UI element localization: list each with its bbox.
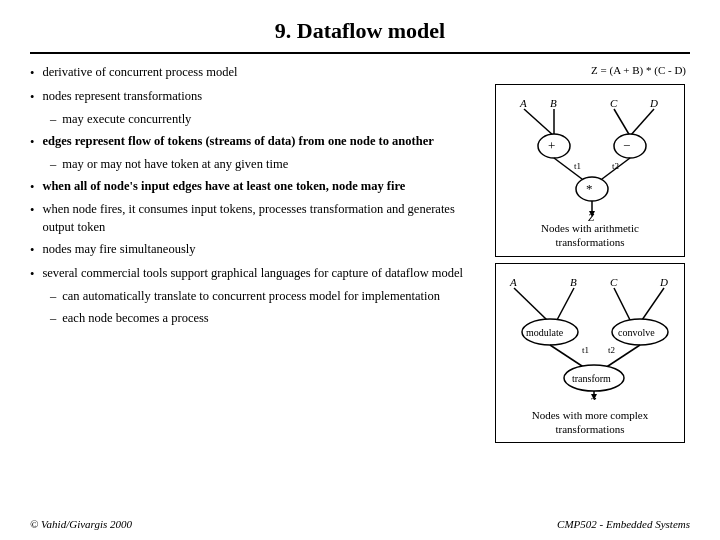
diagram1-label: Nodes with arithmetic transformations bbox=[502, 221, 678, 250]
transform-label: transform bbox=[572, 373, 611, 384]
right-column: Z = (A + B) * (C - D) A B C D bbox=[490, 64, 690, 443]
bullet-text: nodes represent transformations bbox=[42, 88, 202, 106]
node-b2-label: B bbox=[570, 276, 577, 288]
formula-label: Z = (A + B) * (C - D) bbox=[490, 64, 690, 76]
node-a2-label: A bbox=[509, 276, 517, 288]
list-item: • edges represent flow of tokens (stream… bbox=[30, 133, 480, 152]
minus-label: − bbox=[623, 138, 630, 153]
bullet-text: when all of node's input edges have at l… bbox=[42, 178, 405, 196]
slide: 9. Dataflow model • derivative of concur… bbox=[0, 0, 720, 540]
edge-b2-mod bbox=[557, 288, 574, 320]
convolve-label: convolve bbox=[618, 327, 655, 338]
edge-c2-conv bbox=[614, 288, 630, 320]
diagram1-box: A B C D + − bbox=[495, 84, 685, 257]
node-z2-label: Z bbox=[590, 395, 597, 400]
node-d2-label: D bbox=[659, 276, 668, 288]
diagram1-svg: A B C D + − bbox=[502, 91, 682, 221]
node-b-label: B bbox=[550, 97, 557, 109]
node-d-label: D bbox=[649, 97, 658, 109]
t1-2-label: t1 bbox=[582, 345, 589, 355]
sub-bullet-text: each node becomes a process bbox=[62, 310, 208, 328]
node-c2-label: C bbox=[610, 276, 618, 288]
bullet-text: several commercial tools support graphic… bbox=[42, 265, 463, 283]
sub-bullet-text: may or may not have token at any given t… bbox=[62, 156, 288, 174]
bullet-icon: • bbox=[30, 89, 34, 107]
diagram2-label: Nodes with more complex transformations bbox=[502, 408, 678, 437]
bullet-icon: • bbox=[30, 134, 34, 152]
edge-mod-trans bbox=[550, 345, 585, 368]
list-item: • several commercial tools support graph… bbox=[30, 265, 480, 284]
dash-icon: – bbox=[50, 310, 56, 328]
plus-label: + bbox=[548, 138, 555, 153]
diagram2-box: A B C D modulate convolve bbox=[495, 263, 685, 444]
list-item: • derivative of concurrent process model bbox=[30, 64, 480, 83]
node-c-label: C bbox=[610, 97, 618, 109]
t2-2-label: t2 bbox=[608, 345, 615, 355]
sub-bullet-text: may execute concurrently bbox=[62, 111, 191, 129]
list-item: • when all of node's input edges have at… bbox=[30, 178, 480, 197]
edge-d-minus bbox=[630, 109, 654, 136]
diagram2-svg: A B C D modulate convolve bbox=[502, 270, 682, 400]
footer-right: CMP502 - Embedded Systems bbox=[557, 518, 690, 530]
sub-list-item: – can automatically translate to concurr… bbox=[50, 288, 480, 306]
bullet-icon: • bbox=[30, 65, 34, 83]
dash-icon: – bbox=[50, 111, 56, 129]
edge-a-plus bbox=[524, 109, 554, 136]
list-item: • nodes represent transformations bbox=[30, 88, 480, 107]
bullet-text: nodes may fire simultaneously bbox=[42, 241, 195, 259]
bullet-icon: • bbox=[30, 179, 34, 197]
dash-icon: – bbox=[50, 288, 56, 306]
left-column: • derivative of concurrent process model… bbox=[30, 64, 480, 443]
sub-list-item: – may or may not have token at any given… bbox=[50, 156, 480, 174]
mult-label: * bbox=[586, 181, 593, 196]
bullet-icon: • bbox=[30, 266, 34, 284]
slide-title: 9. Dataflow model bbox=[30, 18, 690, 44]
node-a-label: A bbox=[519, 97, 527, 109]
divider bbox=[30, 52, 690, 54]
bullet-text: when node fires, it consumes input token… bbox=[42, 201, 480, 236]
edge-c-minus bbox=[614, 109, 630, 136]
bullet-text: edges represent flow of tokens (streams … bbox=[42, 133, 433, 151]
node-z-label: Z bbox=[588, 211, 595, 221]
modulate-label: modulate bbox=[526, 327, 564, 338]
dash-icon: – bbox=[50, 156, 56, 174]
edge-a2-mod bbox=[514, 288, 547, 320]
sub-list-item: – may execute concurrently bbox=[50, 111, 480, 129]
footer-left: © Vahid/Givargis 2000 bbox=[30, 518, 132, 530]
bullet-icon: • bbox=[30, 242, 34, 260]
list-item: • nodes may fire simultaneously bbox=[30, 241, 480, 260]
edge-d2-conv bbox=[642, 288, 664, 320]
bullet-text: derivative of concurrent process model bbox=[42, 64, 237, 82]
list-item: • when node fires, it consumes input tok… bbox=[30, 201, 480, 236]
sub-bullet-text: can automatically translate to concurren… bbox=[62, 288, 440, 306]
sub-list-item: – each node becomes a process bbox=[50, 310, 480, 328]
bullet-icon: • bbox=[30, 202, 34, 220]
t1-label: t1 bbox=[574, 161, 581, 171]
content-area: • derivative of concurrent process model… bbox=[30, 64, 690, 443]
